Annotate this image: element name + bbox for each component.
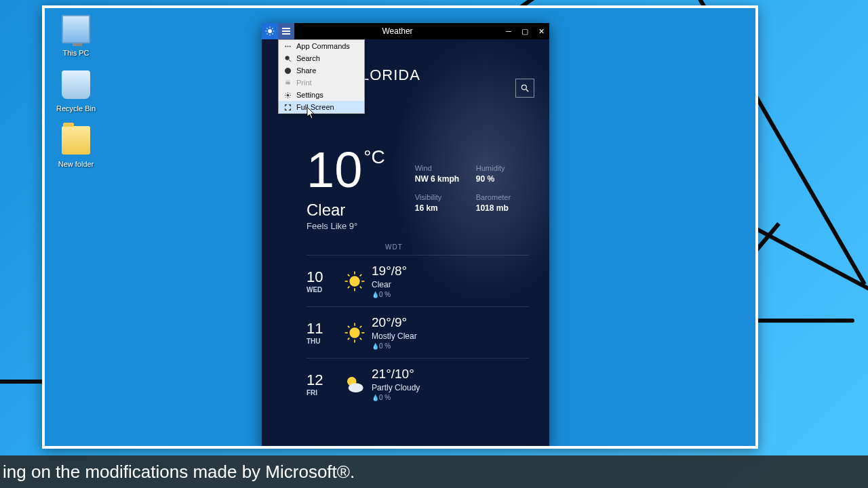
forecast-condition: Partly Cloudy: [372, 383, 529, 392]
barometer-value: 1018 mb: [476, 203, 537, 213]
forecast-hilo: 20°/9°: [372, 315, 529, 330]
search-icon: [520, 83, 530, 93]
close-button[interactable]: ✕: [533, 23, 549, 39]
forecast-daynum: 10: [307, 268, 338, 286]
svg-line-25: [348, 325, 350, 327]
svg-rect-37: [285, 81, 290, 84]
svg-line-7: [267, 34, 267, 35]
forecast-day[interactable]: 10WED19°/8°Clear0 %: [307, 255, 529, 306]
svg-line-16: [348, 274, 350, 276]
svg-line-28: [360, 325, 362, 327]
desktop-icon-recycle-bin[interactable]: Recycle Bin: [50, 70, 102, 114]
svg-point-34: [285, 56, 289, 60]
forecast-day[interactable]: 11THU20°/9°Mostly Clear0 %: [307, 306, 529, 358]
menu-app-commands[interactable]: App Commands: [279, 40, 364, 52]
svg-point-32: [287, 45, 288, 47]
forecast-daynum: 11: [307, 320, 338, 338]
menu-search[interactable]: Search: [279, 52, 364, 64]
desktop-icon-this-pc[interactable]: This PC: [50, 15, 102, 58]
menu-print: Print: [279, 77, 364, 89]
svg-line-6: [273, 34, 273, 35]
feels-like: Feels Like 9°: [307, 221, 385, 231]
forecast-dow: THU: [307, 338, 338, 345]
app-icon: [262, 23, 278, 39]
svg-rect-38: [286, 80, 289, 81]
monitor-frame: This PC Recycle Bin New folder Weather ─: [42, 5, 758, 449]
forecast-hilo: 21°/10°: [372, 367, 529, 382]
gear-icon: [283, 92, 292, 99]
recycle-bin-icon: [62, 70, 90, 99]
svg-point-20: [349, 327, 359, 338]
icon-label: This PC: [62, 49, 89, 57]
svg-line-10: [526, 89, 529, 92]
icon-label: New folder: [58, 160, 94, 168]
icon-label: Recycle Bin: [56, 104, 96, 113]
wind-label: Wind: [415, 164, 476, 172]
desktop-icon-new-folder[interactable]: New folder: [50, 126, 102, 169]
wdt-label: WDT: [385, 243, 529, 251]
wind-value: NW 6 kmph: [415, 174, 476, 184]
fullscreen-icon: [283, 104, 292, 111]
svg-line-17: [360, 286, 362, 288]
current-condition: Clear: [307, 201, 385, 220]
sun-icon: [338, 321, 372, 344]
svg-line-19: [360, 274, 362, 276]
svg-point-11: [349, 276, 359, 286]
svg-line-5: [267, 28, 267, 28]
app-menu-dropdown: App Commands Search Share Print Settings…: [278, 39, 365, 114]
visibility-value: 16 km: [415, 203, 476, 213]
forecast-precip: 0 %: [372, 342, 529, 350]
svg-point-9: [521, 85, 526, 89]
forecast-dow: WED: [307, 286, 338, 293]
visibility-label: Visibility: [415, 193, 476, 201]
menu-full-screen[interactable]: Full Screen: [279, 101, 364, 113]
svg-point-30: [349, 383, 363, 392]
partly-cloudy-icon: [338, 373, 372, 396]
menu-share[interactable]: Share: [279, 64, 364, 77]
video-caption: ing on the modifications made by Microso…: [0, 455, 868, 488]
barometer-label: Barometer: [476, 193, 537, 201]
folder-icon: [62, 126, 90, 155]
minimize-button[interactable]: ─: [500, 23, 517, 39]
pc-icon: [62, 15, 90, 43]
temp-unit: °C: [363, 148, 384, 195]
forecast-hilo: 19°/8°: [372, 264, 529, 279]
window-title: Weather: [294, 26, 500, 36]
search-icon: [283, 55, 292, 62]
svg-line-26: [360, 338, 362, 340]
forecast-dow: FRI: [307, 389, 338, 396]
forecast-precip: 0 %: [372, 291, 529, 298]
forecast-condition: Clear: [372, 280, 529, 289]
humidity-value: 90 %: [476, 174, 537, 184]
svg-line-35: [288, 59, 290, 61]
humidity-label: Humidity: [476, 164, 537, 172]
titlebar[interactable]: Weather ─ ▢ ✕: [262, 23, 549, 39]
forecast-list: 10WED19°/8°Clear0 %11THU20°/9°Mostly Cle…: [307, 255, 529, 409]
svg-point-0: [268, 29, 272, 33]
maximize-button[interactable]: ▢: [517, 23, 533, 39]
forecast-day[interactable]: 12FRI21°/10°Partly Cloudy0 %: [307, 358, 529, 409]
print-icon: [283, 79, 292, 87]
forecast-condition: Mostly Clear: [372, 331, 529, 341]
forecast-daynum: 12: [307, 371, 338, 389]
svg-point-31: [285, 45, 286, 47]
svg-point-39: [287, 94, 289, 96]
hamburger-menu-button[interactable]: [278, 23, 294, 39]
menu-settings[interactable]: Settings: [279, 89, 364, 101]
svg-line-18: [348, 286, 350, 288]
svg-point-33: [289, 45, 290, 47]
svg-line-8: [273, 28, 273, 28]
forecast-precip: 0 %: [372, 394, 529, 401]
svg-line-27: [348, 338, 350, 340]
share-icon: [283, 67, 292, 75]
ellipsis-icon: [283, 43, 292, 50]
current-temp: 10: [307, 145, 362, 195]
search-button[interactable]: [515, 79, 534, 98]
sun-icon: [338, 270, 372, 293]
